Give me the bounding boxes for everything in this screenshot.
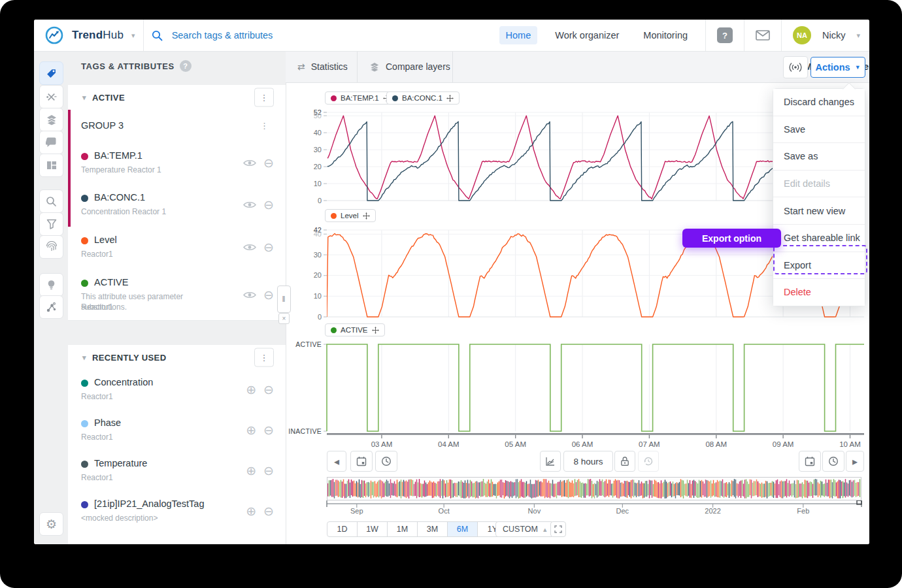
overview-strip[interactable]	[327, 477, 861, 500]
fullscreen-icon	[554, 525, 562, 533]
menu-item-save-as[interactable]: Save as	[773, 143, 865, 171]
move-icon	[372, 327, 379, 334]
legend-chip-active[interactable]: ACTIVE	[325, 323, 385, 336]
zoom-preset-6m[interactable]: 6M	[447, 521, 478, 537]
panel-help-icon[interactable]: ?	[180, 60, 192, 72]
help-icon[interactable]: ?	[717, 27, 733, 43]
tag-color-dot	[81, 501, 88, 508]
calendar-start-button[interactable]	[350, 451, 373, 472]
add-circle-icon[interactable]: ⊕	[246, 424, 256, 436]
tab-statistics[interactable]: ⇄ Statistics	[286, 51, 359, 82]
chevron-down-icon[interactable]: ▾	[82, 93, 86, 102]
remove-circle-icon[interactable]: ⊖	[263, 505, 274, 517]
dashboard-icon	[46, 160, 57, 171]
visibility-eye-icon[interactable]	[243, 159, 256, 167]
nav-work-organizer[interactable]: Work organizer	[548, 26, 626, 44]
rail-comments-button[interactable]	[39, 131, 63, 154]
visibility-eye-icon[interactable]	[243, 291, 256, 299]
custom-range-button[interactable]: CUSTOM ▴	[495, 521, 554, 537]
fullscreen-button[interactable]	[550, 521, 566, 537]
tag-row-level[interactable]: Level Reactor1 ⊖	[68, 227, 286, 270]
group-row[interactable]: GROUP 3 ⋮	[68, 110, 286, 143]
tag-row-ip21-analogtesttag[interactable]: [21ip]IP21_AnalogTestTag <mocked descrip…	[68, 491, 286, 532]
nav-home[interactable]: Home	[499, 26, 538, 44]
tag-row-phase[interactable]: Phase Reactor1 ⊕ ⊖	[68, 410, 286, 451]
rail-settings-button[interactable]: ⚙	[39, 512, 63, 536]
group-kebab-button[interactable]: ⋮	[260, 121, 269, 131]
chevron-down-icon[interactable]: ▾	[82, 353, 86, 362]
rail-formulas-button[interactable]	[39, 85, 63, 108]
svg-text:04 AM: 04 AM	[438, 440, 459, 448]
rail-search-button[interactable]	[39, 189, 63, 213]
tag-row-ba-temp-1[interactable]: BA:TEMP.1 Temperature Reactor 1 ⊖	[68, 142, 286, 185]
search-input[interactable]	[171, 29, 369, 41]
rail-layers-button[interactable]	[39, 108, 63, 131]
rail-recommendations-button[interactable]	[39, 273, 63, 297]
lock-duration-button[interactable]	[614, 451, 635, 472]
zoom-preset-3m[interactable]: 3M	[417, 521, 448, 537]
remove-circle-icon[interactable]: ⊖	[263, 199, 274, 211]
legend-dot	[331, 327, 337, 333]
tag-row-active[interactable]: ACTIVE This attribute uses parameter sub…	[68, 269, 286, 321]
user-name[interactable]: Nicky	[822, 30, 845, 41]
remove-circle-icon[interactable]: ⊖	[263, 424, 274, 436]
visibility-eye-icon[interactable]	[243, 201, 256, 209]
remove-circle-icon[interactable]: ⊖	[263, 465, 274, 477]
legend-chip-level[interactable]: Level	[325, 209, 376, 222]
zoom-preset-1d[interactable]: 1D	[327, 521, 358, 537]
section-recently-used-header[interactable]: ▾ RECENTLY USED ⋮	[68, 345, 286, 370]
rail-filter-button[interactable]	[39, 212, 63, 236]
rail-context-button[interactable]	[39, 295, 63, 319]
user-chevron-down-icon[interactable]: ▾	[856, 31, 860, 40]
pan-right-button[interactable]: ▸	[846, 451, 864, 472]
panel-collapse-button[interactable]: ×	[278, 313, 290, 324]
trendhub-logo-icon	[44, 25, 64, 45]
rail-dashboard-button[interactable]	[39, 154, 63, 177]
calendar-end-button[interactable]	[799, 451, 821, 472]
section-kebab-button[interactable]: ⋮	[254, 348, 274, 367]
zoom-preset-1w[interactable]: 1W	[357, 521, 388, 537]
legend-chip-ba-temp-1[interactable]: BA:TEMP.1	[325, 91, 396, 105]
trend-mode-button[interactable]	[540, 451, 561, 472]
avatar[interactable]: NA	[793, 26, 811, 44]
brand-chevron-down-icon[interactable]: ▾	[131, 31, 135, 40]
remove-circle-icon[interactable]: ⊖	[263, 157, 274, 169]
menu-item-delete[interactable]: Delete	[773, 279, 865, 306]
time-end-button[interactable]	[822, 451, 844, 472]
layers-icon	[46, 114, 58, 125]
svg-text:03 AM: 03 AM	[371, 440, 393, 448]
duration-box[interactable]: 8 hours	[563, 451, 613, 472]
rail-tags-button[interactable]	[39, 61, 63, 85]
add-circle-icon[interactable]: ⊕	[246, 505, 256, 517]
svg-text:05 AM: 05 AM	[505, 440, 526, 448]
app-window: TrendHub ▾ Home Work organizer Monitorin…	[34, 20, 869, 544]
tag-row-ba-conc-1[interactable]: BA:CONC.1 Concentration Reactor 1 ⊖	[68, 184, 286, 227]
add-circle-icon[interactable]: ⊕	[246, 465, 256, 477]
tab-compare-layers[interactable]: Compare layers	[358, 51, 462, 82]
section-kebab-button[interactable]: ⋮	[254, 88, 274, 107]
nav-monitoring[interactable]: Monitoring	[637, 26, 694, 44]
menu-item-save[interactable]: Save	[773, 116, 865, 144]
panel-resize-handle[interactable]: ‖	[277, 286, 291, 313]
rail-fingerprint-button[interactable]	[39, 235, 63, 259]
legend-chip-ba-conc-1[interactable]: BA:CONC.1	[386, 91, 459, 105]
live-broadcast-button[interactable]	[783, 56, 808, 78]
section-active-header[interactable]: ▾ ACTIVE ⋮	[68, 85, 286, 110]
remove-circle-icon[interactable]: ⊖	[263, 241, 274, 253]
history-refresh-button[interactable]	[638, 451, 659, 472]
duration-label: 8 hours	[573, 457, 603, 466]
custom-label: CUSTOM	[503, 525, 538, 534]
pan-left-button[interactable]: ◂	[327, 451, 346, 472]
mail-icon[interactable]	[756, 30, 770, 41]
tag-row-temperature[interactable]: Temperature Reactor1 ⊕ ⊖	[68, 451, 286, 492]
add-circle-icon[interactable]: ⊕	[246, 384, 256, 396]
tag-row-concentration[interactable]: Concentration Reactor1 ⊕ ⊖	[68, 370, 286, 411]
remove-circle-icon[interactable]: ⊖	[263, 289, 274, 301]
visibility-eye-icon[interactable]	[243, 243, 256, 252]
menu-item-start-new-view[interactable]: Start new view	[773, 197, 865, 225]
remove-circle-icon[interactable]: ⊖	[263, 384, 274, 396]
zoom-preset-1m[interactable]: 1M	[387, 521, 418, 537]
topbar-left: TrendHub ▾	[44, 20, 369, 51]
actions-button[interactable]: Actions ▼	[810, 57, 865, 78]
time-start-button[interactable]	[375, 451, 397, 472]
